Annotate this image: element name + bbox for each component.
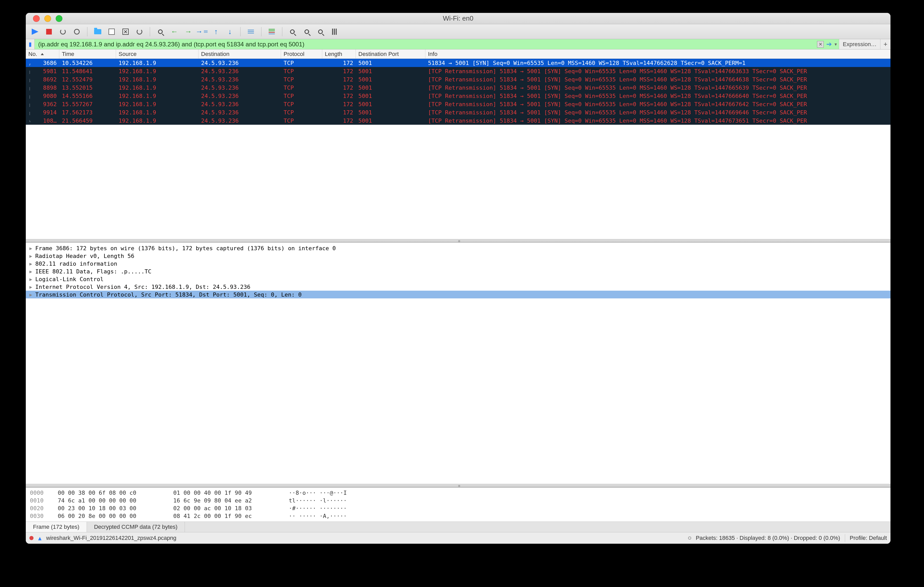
- separator: [150, 27, 150, 36]
- detail-row[interactable]: ▶IEEE 802.11 Data, Flags: .p.....TC: [26, 268, 891, 275]
- col-no[interactable]: No.: [26, 49, 59, 59]
- clear-filter-button[interactable]: ✕: [817, 41, 824, 48]
- status-dot-icon: [688, 536, 691, 539]
- capture-options-button[interactable]: [72, 26, 82, 37]
- tab-decrypted[interactable]: Decrypted CCMP data (72 bytes): [87, 522, 185, 532]
- packet-row[interactable]: 108…21.566459192.168.1.924.5.93.236TCP17…: [26, 117, 891, 125]
- zoom-reset-button[interactable]: [315, 26, 326, 37]
- expert-info-icon[interactable]: [30, 536, 33, 540]
- expression-button[interactable]: Expression…: [839, 39, 880, 49]
- restart-capture-button[interactable]: [58, 26, 68, 37]
- conversation-bracket-icon: └: [27, 117, 32, 126]
- packet-list-pane[interactable]: 368610.534226192.168.1.924.5.93.236TCP17…: [26, 59, 891, 239]
- add-filter-button[interactable]: +: [880, 39, 891, 49]
- status-stats: Packets: 18635 · Displayed: 8 (0.0%) · D…: [696, 535, 840, 541]
- detail-row[interactable]: ▶Transmission Control Protocol, Src Port…: [26, 291, 891, 298]
- detail-row[interactable]: ▶Internet Protocol Version 4, Src: 192.1…: [26, 283, 891, 291]
- go-to-packet-button[interactable]: →: [197, 26, 207, 37]
- wireshark-window: Wi-Fi: en0 ← → → ↑ ↓ + - ▮ ✕ ➔ ▾: [26, 13, 891, 544]
- go-first-button[interactable]: ↑: [211, 26, 221, 37]
- packet-details-pane[interactable]: ▶Frame 3686: 172 bytes on wire (1376 bit…: [26, 243, 891, 484]
- expand-icon[interactable]: ▶: [30, 269, 32, 274]
- packet-row[interactable]: 991417.562173192.168.1.924.5.93.236TCP17…: [26, 108, 891, 117]
- conversation-bracket-icon: │: [27, 101, 32, 109]
- sort-asc-icon: [41, 53, 44, 55]
- detail-row[interactable]: ▶802.11 radio information: [26, 260, 891, 268]
- filter-history-button[interactable]: ▾: [835, 41, 837, 47]
- expand-icon[interactable]: ▶: [30, 253, 32, 259]
- main-toolbar: ← → → ↑ ↓ + -: [26, 24, 891, 39]
- display-filter-bar: ▮ ✕ ➔ ▾ Expression… +: [26, 39, 891, 49]
- packet-bytes-pane[interactable]: 000000 00 38 00 6f 08 00 c001 00 00 40 0…: [26, 488, 891, 521]
- packet-row[interactable]: 598111.548641192.168.1.924.5.93.236TCP17…: [26, 67, 891, 75]
- col-source[interactable]: Source: [116, 49, 198, 59]
- tab-frame[interactable]: Frame (172 bytes): [26, 522, 87, 532]
- conversation-bracket-icon: │: [27, 93, 32, 101]
- separator: [87, 27, 87, 36]
- save-file-button[interactable]: [106, 26, 117, 37]
- packet-row[interactable]: 889813.552015192.168.1.924.5.93.236TCP17…: [26, 84, 891, 92]
- window-title: Wi-Fi: en0: [26, 15, 891, 22]
- go-forward-button[interactable]: →: [183, 26, 193, 37]
- stop-capture-button[interactable]: [44, 26, 54, 37]
- hex-row[interactable]: 003006 00 20 8e 00 00 00 0008 41 2c 00 0…: [30, 512, 891, 520]
- packet-list-header: No. Time Source Destination Protocol Len…: [26, 49, 891, 59]
- splitter-details-bytes[interactable]: [26, 484, 891, 488]
- col-info[interactable]: Info: [426, 49, 891, 59]
- col-length[interactable]: Length: [322, 49, 356, 59]
- packet-row[interactable]: 936215.557267192.168.1.924.5.93.236TCP17…: [26, 100, 891, 108]
- status-profile[interactable]: Profile: Default: [850, 535, 887, 541]
- zoom-in-button[interactable]: +: [287, 26, 298, 37]
- packet-row[interactable]: 368610.534226192.168.1.924.5.93.236TCP17…: [26, 59, 891, 67]
- colorize-button[interactable]: [267, 26, 277, 37]
- bytes-tabs: Frame (172 bytes) Decrypted CCMP data (7…: [26, 521, 891, 533]
- expand-icon[interactable]: ▶: [30, 284, 32, 289]
- bookmark-filter-button[interactable]: ▮: [26, 39, 35, 49]
- find-packet-button[interactable]: [155, 26, 165, 37]
- go-last-button[interactable]: ↓: [225, 26, 235, 37]
- auto-scroll-button[interactable]: [246, 26, 256, 37]
- conversation-bracket-icon: ┌: [27, 60, 32, 68]
- go-back-button[interactable]: ←: [169, 26, 180, 37]
- status-bar: ▴ wireshark_Wi-Fi_20191226142201_zpswz4.…: [26, 533, 891, 544]
- col-destination-port[interactable]: Destination Port: [356, 49, 426, 59]
- col-time[interactable]: Time: [59, 49, 116, 59]
- close-file-button[interactable]: [120, 26, 131, 37]
- packet-row[interactable]: 869212.552479192.168.1.924.5.93.236TCP17…: [26, 75, 891, 84]
- expand-icon[interactable]: ▶: [30, 276, 32, 282]
- conversation-bracket-icon: │: [27, 84, 32, 93]
- col-protocol[interactable]: Protocol: [281, 49, 322, 59]
- detail-row[interactable]: ▶Frame 3686: 172 bytes on wire (1376 bit…: [26, 244, 891, 252]
- separator: [240, 27, 241, 36]
- resize-columns-button[interactable]: [329, 26, 340, 37]
- hex-row[interactable]: 002000 23 00 10 18 00 03 0002 00 00 ac 0…: [30, 504, 891, 512]
- expand-icon[interactable]: ▶: [30, 261, 32, 266]
- hex-row[interactable]: 000000 00 38 00 6f 08 00 c001 00 00 40 0…: [30, 489, 891, 497]
- detail-row[interactable]: ▶Radiotap Header v0, Length 56: [26, 252, 891, 260]
- open-file-button[interactable]: [92, 26, 103, 37]
- conversation-bracket-icon: │: [27, 76, 32, 84]
- col-destination[interactable]: Destination: [198, 49, 281, 59]
- display-filter-input[interactable]: [35, 39, 815, 49]
- titlebar: Wi-Fi: en0: [26, 13, 891, 24]
- apply-filter-button[interactable]: ➔: [826, 40, 832, 48]
- splitter-list-details[interactable]: [26, 239, 891, 243]
- expand-icon[interactable]: ▶: [30, 245, 32, 251]
- packet-row[interactable]: 908014.555166192.168.1.924.5.93.236TCP17…: [26, 92, 891, 100]
- expand-icon[interactable]: ▶: [30, 292, 32, 298]
- status-file: wireshark_Wi-Fi_20191226142201_zpswz4.pc…: [46, 535, 177, 541]
- zoom-out-button[interactable]: -: [301, 26, 312, 37]
- capture-file-icon: ▴: [38, 534, 41, 542]
- reload-file-button[interactable]: [134, 26, 145, 37]
- detail-row[interactable]: ▶Logical-Link Control: [26, 275, 891, 283]
- conversation-bracket-icon: │: [27, 68, 32, 76]
- conversation-bracket-icon: │: [27, 109, 32, 117]
- hex-row[interactable]: 001074 6c a1 00 00 00 00 0016 6c 9e 09 8…: [30, 497, 891, 504]
- separator: [282, 27, 282, 36]
- start-capture-button[interactable]: [30, 26, 40, 37]
